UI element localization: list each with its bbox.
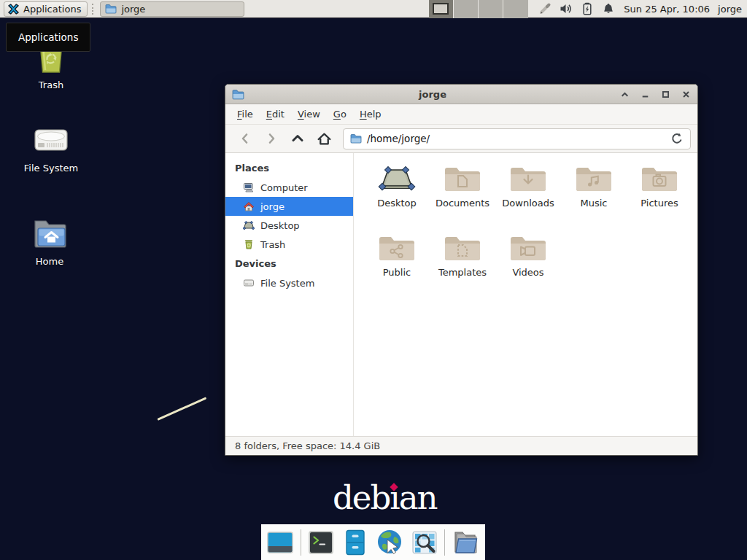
terminal-button[interactable]: [307, 527, 336, 558]
taskbar-window-button[interactable]: jorge: [100, 1, 244, 17]
panel-right-cluster: Sun 25 Apr, 10:06 jorge: [429, 0, 743, 18]
dock: [261, 524, 485, 560]
applications-menu-label: Applications: [23, 4, 81, 15]
home-button[interactable]: [311, 128, 337, 149]
file-item-public[interactable]: Public: [364, 232, 430, 301]
diagonal-line-artifact: [157, 397, 206, 420]
maximize-button[interactable]: [661, 90, 670, 99]
menu-help[interactable]: Help: [353, 106, 388, 122]
folder-icon: [450, 528, 481, 557]
stylus-icon[interactable]: [538, 1, 552, 16]
file-item-pictures[interactable]: Pictures: [627, 163, 692, 232]
file-item-label: Public: [383, 267, 411, 278]
applications-tooltip: Applications: [6, 23, 90, 52]
desktop-icon-home[interactable]: Home: [9, 216, 90, 267]
taskbar-window-label: jorge: [121, 4, 145, 15]
sidebar: Places Computer jorge Desktop Trash: [225, 153, 354, 436]
sidebar-item-computer[interactable]: Computer: [225, 178, 353, 197]
trash-icon: [243, 238, 255, 250]
top-panel: Applications jorge: [0, 0, 747, 18]
panel-handle[interactable]: [92, 4, 96, 15]
window-body: Places Computer jorge Desktop Trash: [225, 153, 697, 436]
computer-icon: [243, 182, 255, 193]
close-button[interactable]: [681, 90, 691, 99]
file-item-downloads[interactable]: Downloads: [495, 163, 561, 232]
file-item-documents[interactable]: Documents: [430, 163, 495, 232]
desktop-icon-label: Home: [36, 256, 63, 267]
debian-logo-i: ı: [390, 478, 398, 517]
dock-folder-button[interactable]: [451, 527, 480, 558]
home-icon: [243, 201, 255, 212]
volume-icon[interactable]: [559, 1, 573, 16]
window-title: jorge: [245, 89, 620, 100]
pictures-folder-icon: [640, 163, 678, 196]
status-text: 8 folders, Free space: 14.4 GiB: [235, 440, 380, 451]
location-path: /home/jorge/: [367, 133, 430, 144]
bell-icon[interactable]: [601, 1, 616, 16]
sidebar-item-label: Desktop: [260, 220, 300, 231]
battery-icon[interactable]: [580, 1, 595, 16]
terminal-icon: [307, 529, 335, 556]
videos-folder-icon: [509, 232, 547, 265]
window-controls: [620, 90, 691, 99]
sidebar-item-desktop[interactable]: Desktop: [225, 216, 353, 235]
desktop-trapezoid-icon: [378, 163, 416, 196]
minimize-button[interactable]: [640, 90, 650, 99]
file-cabinet-button[interactable]: [341, 527, 370, 558]
folder-icon: [105, 4, 117, 14]
workspace-4[interactable]: [503, 0, 528, 18]
menu-edit[interactable]: Edit: [260, 106, 291, 122]
menu-go[interactable]: Go: [327, 106, 353, 122]
file-item-music[interactable]: Music: [561, 163, 627, 232]
public-folder-icon: [378, 232, 416, 265]
sidebar-item-trash[interactable]: Trash: [225, 235, 353, 254]
applications-menu-button[interactable]: Applications: [4, 1, 88, 17]
titlebar[interactable]: jorge: [225, 85, 697, 104]
dock-separator: [444, 529, 445, 556]
file-item-label: Downloads: [502, 198, 554, 209]
statusbar: 8 folders, Free space: 14.4 GiB: [225, 436, 697, 455]
sidebar-item-home[interactable]: jorge: [225, 197, 353, 216]
clock[interactable]: Sun 25 Apr, 10:06: [622, 4, 711, 15]
templates-folder-icon: [444, 232, 481, 265]
home-folder-icon: [30, 216, 69, 251]
documents-folder-icon: [444, 163, 481, 196]
debian-logo-left: deb: [333, 478, 390, 517]
xfce-logo-icon: [7, 3, 20, 15]
workspace-pager: [429, 0, 528, 18]
dock-separator: [301, 529, 301, 556]
desktop-icon-filesystem[interactable]: File System: [10, 124, 92, 174]
file-item-templates[interactable]: Templates: [430, 232, 495, 301]
desktop-icon-label: Trash: [39, 79, 63, 90]
show-desktop-button[interactable]: [266, 527, 295, 558]
sidebar-item-label: jorge: [260, 201, 285, 212]
shade-button[interactable]: [620, 90, 630, 99]
file-item-label: Documents: [436, 198, 489, 209]
back-button[interactable]: [232, 128, 258, 149]
file-item-videos[interactable]: Videos: [495, 232, 561, 301]
file-manager-window: jorge File Edit View Go Help: [225, 84, 698, 456]
up-button[interactable]: [285, 128, 311, 149]
hard-drive-icon: [243, 277, 255, 289]
web-browser-button[interactable]: [375, 527, 404, 558]
hard-drive-icon: [31, 124, 71, 158]
app-finder-button[interactable]: [410, 527, 438, 558]
menu-view[interactable]: View: [291, 106, 327, 122]
sidebar-item-label: Computer: [260, 182, 308, 193]
desktop: Applications jorge: [0, 0, 747, 560]
location-bar[interactable]: /home/jorge/: [343, 128, 691, 149]
sidebar-item-filesystem[interactable]: File System: [225, 273, 353, 292]
sidebar-item-label: File System: [260, 278, 314, 289]
forward-button[interactable]: [258, 128, 285, 149]
desktop-icon: [243, 219, 255, 231]
username-applet[interactable]: jorge: [718, 4, 743, 15]
reload-button[interactable]: [670, 132, 684, 145]
app-finder-icon: [411, 529, 438, 556]
file-item-desktop[interactable]: Desktop: [364, 163, 430, 232]
debian-logo: debıan: [333, 478, 436, 517]
menu-file[interactable]: File: [231, 106, 260, 122]
desktop-icon-label: File System: [24, 163, 78, 174]
workspace-2[interactable]: [454, 0, 479, 18]
workspace-3[interactable]: [479, 0, 503, 18]
workspace-1[interactable]: [429, 0, 454, 18]
